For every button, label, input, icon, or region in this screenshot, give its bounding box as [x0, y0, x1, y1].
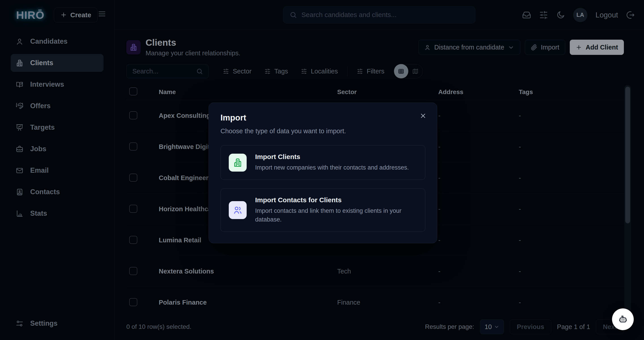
close-icon[interactable] — [418, 111, 428, 122]
option-description: Import new companies with their contacts… — [255, 163, 409, 172]
users-icon — [229, 201, 247, 219]
import-contacts-for-clients-option[interactable]: Import Contacts for ClientsImport contac… — [220, 188, 425, 232]
modal-title: Import — [220, 113, 425, 122]
option-description: Import contacts and link them to existin… — [255, 207, 410, 224]
modal-options: Import ClientsImport new companies with … — [220, 145, 425, 232]
import-modal: Import Choose the type of data you want … — [209, 103, 437, 243]
robot-icon — [618, 314, 628, 324]
app-root: HIRŌ Create CandidatesClientsInterviewsO… — [0, 0, 644, 340]
building-icon — [229, 154, 247, 172]
import-clients-option[interactable]: Import ClientsImport new companies with … — [220, 145, 425, 180]
option-title: Import Contacts for Clients — [255, 196, 410, 204]
assistant-fab[interactable] — [612, 308, 634, 330]
modal-subtitle: Choose the type of data you want to impo… — [220, 127, 425, 135]
option-title: Import Clients — [255, 153, 409, 160]
